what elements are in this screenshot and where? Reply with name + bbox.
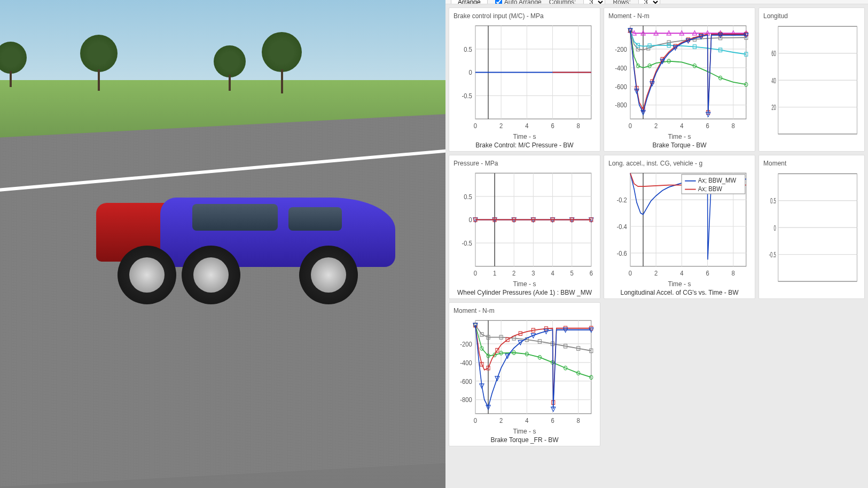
chart-ylabel: Brake control input (M/C) - MPa bbox=[453, 12, 596, 20]
svg-text:60: 60 bbox=[771, 49, 776, 58]
svg-text:-0.4: -0.4 bbox=[616, 223, 627, 231]
svg-text:-0.6: -0.6 bbox=[616, 249, 627, 257]
wheel bbox=[118, 246, 176, 304]
svg-text:2: 2 bbox=[654, 269, 658, 277]
svg-text:-0.2: -0.2 bbox=[616, 196, 627, 204]
svg-text:-0.5: -0.5 bbox=[769, 250, 776, 259]
auto-arrange-input[interactable] bbox=[495, 0, 502, 4]
charts-grid: Brake control input (M/C) - MPa02468-0.5… bbox=[445, 4, 868, 488]
chart-title: Brake Control: M/C Pressure - BW bbox=[453, 141, 596, 149]
svg-text:0.5: 0.5 bbox=[770, 196, 776, 206]
chart-card-longitudinal_partial[interactable]: Longitud204060 bbox=[758, 7, 865, 152]
svg-text:4: 4 bbox=[551, 269, 554, 277]
simulation-3d-view[interactable] bbox=[0, 0, 445, 488]
chart-title: Brake Torque _FR - BW bbox=[453, 436, 596, 444]
chart-card-moment_partial[interactable]: Moment-0.500.5 bbox=[758, 155, 865, 299]
svg-text:0: 0 bbox=[629, 269, 632, 277]
chart-title: Brake Torque - BW bbox=[608, 141, 750, 149]
tree bbox=[262, 32, 302, 93]
svg-text:2: 2 bbox=[499, 122, 503, 130]
svg-text:0: 0 bbox=[474, 269, 477, 277]
svg-text:8: 8 bbox=[577, 416, 580, 424]
svg-text:-400: -400 bbox=[460, 359, 472, 367]
chart-plot-area[interactable]: 02468-800-600-400-200 bbox=[608, 22, 750, 132]
chart-plot-area[interactable]: 0123456-0.500.5 bbox=[453, 169, 596, 279]
chart-ylabel: Long. accel., inst. CG, vehicle - g bbox=[608, 160, 750, 167]
chart-ylabel: Moment bbox=[763, 160, 860, 167]
svg-text:-0.5: -0.5 bbox=[462, 239, 472, 247]
chart-ylabel: Moment - N-m bbox=[608, 12, 750, 20]
chart-plot-area[interactable]: 02468-800-600-400-200 bbox=[453, 317, 596, 427]
svg-text:6: 6 bbox=[706, 122, 709, 130]
svg-text:-200: -200 bbox=[460, 340, 472, 348]
svg-text:20: 20 bbox=[771, 103, 776, 112]
columns-select[interactable]: 3 bbox=[583, 0, 605, 4]
svg-text:0: 0 bbox=[773, 223, 776, 233]
svg-text:0: 0 bbox=[629, 122, 632, 130]
svg-text:0.5: 0.5 bbox=[464, 45, 472, 53]
svg-text:6: 6 bbox=[590, 269, 593, 277]
svg-text:-600: -600 bbox=[460, 377, 472, 385]
chart-plot-area[interactable]: 02468-0.500.5 bbox=[453, 22, 596, 132]
tree bbox=[80, 35, 118, 91]
svg-text:Ax; BBW_MW: Ax; BBW_MW bbox=[698, 177, 737, 185]
svg-text:-400: -400 bbox=[615, 64, 627, 72]
svg-text:4: 4 bbox=[680, 122, 683, 130]
chart-ylabel: Moment - N-m bbox=[453, 307, 596, 314]
svg-text:0: 0 bbox=[474, 416, 477, 424]
svg-text:4: 4 bbox=[525, 122, 528, 130]
chart-xlabel: Time - s bbox=[453, 428, 596, 435]
arrange-button[interactable]: Arrange bbox=[451, 0, 488, 4]
svg-text:-200: -200 bbox=[615, 45, 627, 53]
svg-text:0: 0 bbox=[469, 216, 472, 224]
svg-text:0: 0 bbox=[469, 68, 472, 76]
svg-text:3: 3 bbox=[531, 269, 535, 277]
svg-text:8: 8 bbox=[732, 269, 735, 277]
svg-text:-800: -800 bbox=[460, 396, 472, 404]
svg-text:6: 6 bbox=[551, 416, 554, 424]
chart-title: Wheel Cylinder Pressures (Axle 1) : BBW … bbox=[453, 289, 596, 296]
chart-card-brake_control[interactable]: Brake control input (M/C) - MPa02468-0.5… bbox=[449, 7, 600, 152]
wheel bbox=[299, 246, 358, 304]
svg-text:0: 0 bbox=[474, 122, 477, 130]
chart-xlabel: Time - s bbox=[453, 280, 596, 288]
rows-select[interactable]: 3 bbox=[638, 0, 660, 4]
plots-panel: Arrange Auto Arrange Columns: 3 Rows: 3 … bbox=[445, 0, 868, 488]
columns-label: Columns: bbox=[549, 0, 576, 4]
svg-text:-600: -600 bbox=[615, 83, 627, 91]
chart-title: Longitudinal Accel. of CG's vs. Time - B… bbox=[608, 289, 750, 296]
svg-text:40: 40 bbox=[771, 76, 776, 85]
svg-text:2: 2 bbox=[499, 416, 503, 424]
chart-card-long_accel[interactable]: Long. accel., inst. CG, vehicle - g02468… bbox=[604, 155, 755, 299]
tree bbox=[0, 42, 27, 87]
chart-card-pressure[interactable]: Pressure - MPa0123456-0.500.5Time - sWhe… bbox=[449, 155, 600, 299]
chart-card-brake_torque_fr[interactable]: Moment - N-m02468-800-600-400-200Time - … bbox=[449, 302, 600, 446]
svg-text:4: 4 bbox=[680, 269, 683, 277]
chart-plot-area[interactable]: -0.500.5 bbox=[763, 169, 860, 296]
chart-plot-area[interactable]: 02468-0.6-0.4-0.2Ax; BBW_MWAx; BBW bbox=[608, 169, 750, 279]
auto-arrange-label: Auto Arrange bbox=[504, 0, 542, 4]
svg-text:6: 6 bbox=[551, 122, 554, 130]
svg-text:Ax; BBW: Ax; BBW bbox=[698, 185, 722, 193]
auto-arrange-checkbox[interactable]: Auto Arrange bbox=[495, 0, 542, 4]
vehicle-model bbox=[96, 192, 395, 288]
chart-xlabel: Time - s bbox=[608, 133, 750, 140]
chart-xlabel: Time - s bbox=[608, 280, 750, 288]
svg-text:8: 8 bbox=[577, 122, 580, 130]
svg-text:2: 2 bbox=[654, 122, 658, 130]
tree bbox=[214, 45, 246, 91]
chart-ylabel: Longitud bbox=[763, 12, 860, 20]
svg-text:8: 8 bbox=[732, 122, 735, 130]
chart-plot-area[interactable]: 204060 bbox=[763, 22, 860, 149]
svg-text:2: 2 bbox=[512, 269, 515, 277]
svg-text:-0.5: -0.5 bbox=[462, 92, 472, 100]
wheel bbox=[182, 246, 240, 304]
chart-xlabel: Time - s bbox=[453, 133, 596, 140]
svg-text:-800: -800 bbox=[615, 101, 627, 109]
svg-text:4: 4 bbox=[525, 416, 528, 424]
chart-card-moment_torque[interactable]: Moment - N-m02468-800-600-400-200Time - … bbox=[604, 7, 755, 152]
plots-toolbar: Arrange Auto Arrange Columns: 3 Rows: 3 bbox=[445, 0, 868, 4]
svg-text:1: 1 bbox=[493, 269, 496, 277]
svg-text:0.5: 0.5 bbox=[464, 193, 472, 201]
rows-label: Rows: bbox=[613, 0, 630, 4]
